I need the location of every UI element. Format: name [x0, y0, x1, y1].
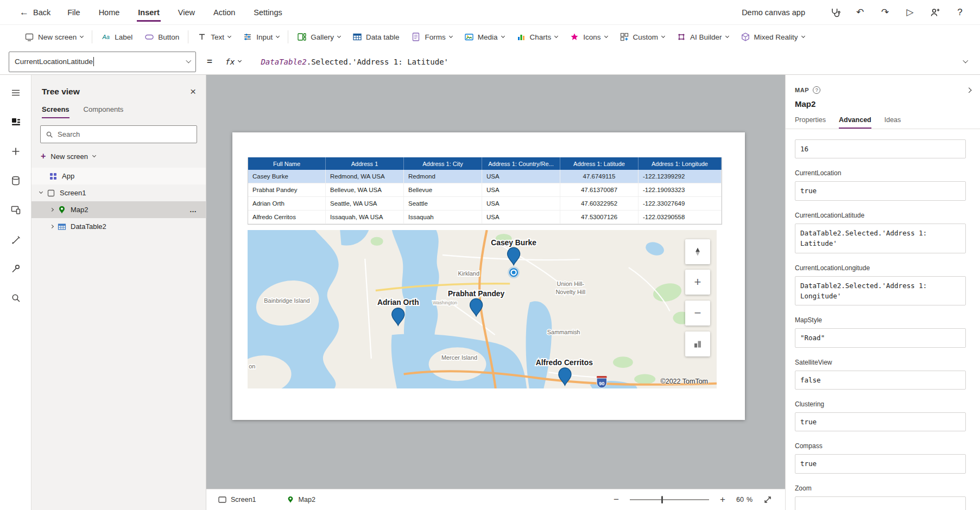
tab-advanced[interactable]: Advanced — [839, 116, 871, 129]
pin-label: Prabhat Pandey — [448, 290, 505, 298]
menu-action[interactable]: Action — [204, 0, 244, 25]
table-row[interactable]: Alfredo Cerritos Issaquah, WA USA Issaqu… — [248, 211, 722, 224]
map-locate-button[interactable] — [685, 239, 710, 264]
formula-input[interactable]: DataTable2.Selected.'Address 1: Latitude… — [261, 58, 448, 66]
column-header[interactable]: Full Name — [248, 157, 326, 170]
fx-selector[interactable]: fx — [225, 58, 241, 66]
fit-to-screen-icon[interactable] — [763, 495, 772, 504]
map2-control[interactable]: Kirkland Union Hill- Novelty Hill Bainbr… — [248, 230, 717, 388]
close-icon[interactable]: × — [190, 86, 196, 97]
ribbon-mixed-reality[interactable]: Mixed Reality — [735, 25, 811, 49]
advanced-tools-pen-icon[interactable] — [0, 225, 31, 254]
more-options-icon[interactable]: … — [189, 206, 197, 214]
chevron-down-icon — [554, 34, 558, 37]
ribbon-label: Charts — [530, 33, 552, 41]
app-settings-wrench-icon[interactable] — [0, 254, 31, 283]
property-input-currentlocationlatitude[interactable]: DataTable2.Selected.'Address 1: Latitude… — [795, 224, 966, 253]
data-table-icon — [58, 222, 66, 231]
ribbon-ai-builder[interactable]: AI Builder — [671, 25, 735, 49]
property-input-zoom[interactable] — [795, 496, 966, 510]
hamburger-menu-icon[interactable] — [0, 78, 31, 107]
canvas-zoom-slider[interactable] — [630, 496, 709, 503]
table-row[interactable]: Casey Burke Redmond, WA USA Redmond USA … — [248, 170, 722, 183]
tree-item-map2[interactable]: Map2 … — [31, 201, 206, 218]
chevron-down-icon — [92, 153, 96, 157]
ribbon-media[interactable]: Media — [458, 25, 510, 49]
chevron-right-icon[interactable] — [50, 225, 54, 228]
datatable2-control[interactable]: Full Name Address 1 Address 1: City Addr… — [248, 157, 722, 225]
table-header-row: Full Name Address 1 Address 1: City Addr… — [248, 157, 722, 170]
property-label: SatelliteView — [795, 359, 965, 366]
tree-search-input[interactable]: Search — [40, 125, 197, 143]
tree-item-app[interactable]: App — [31, 168, 206, 184]
cell: -122.19093323 — [638, 183, 722, 196]
ribbon-forms[interactable]: Forms — [405, 25, 458, 49]
property-input-defaultzoom[interactable]: 16 — [795, 139, 966, 158]
ribbon-text[interactable]: Text — [191, 25, 237, 49]
status-screen1[interactable]: Screen1 — [218, 496, 256, 503]
formula-expand-icon[interactable] — [963, 58, 968, 63]
chevron-down-icon[interactable] — [39, 190, 43, 194]
ai-builder-icon — [676, 32, 686, 42]
app-checker-icon[interactable] — [829, 7, 841, 18]
data-sources-icon[interactable] — [0, 166, 31, 195]
column-header[interactable]: Address 1: Latitude — [560, 157, 638, 170]
ribbon-input[interactable]: Input — [237, 25, 285, 49]
ribbon-custom[interactable]: Custom — [614, 25, 671, 49]
menu-settings[interactable]: Settings — [244, 0, 291, 25]
map-buildings-button[interactable] — [685, 331, 710, 356]
menu-file[interactable]: File — [58, 0, 89, 25]
menu-home[interactable]: Home — [90, 0, 129, 25]
tree-view-icon[interactable] — [0, 107, 31, 137]
ribbon-charts[interactable]: Charts — [510, 25, 564, 49]
menu-insert[interactable]: Insert — [129, 0, 169, 25]
menu-view[interactable]: View — [169, 0, 204, 25]
property-input-currentlocation[interactable]: true — [795, 181, 966, 200]
canvas-zoom-in-button[interactable]: + — [720, 494, 725, 505]
canvas-zoom-out-button[interactable]: − — [614, 494, 619, 505]
screen1-artboard[interactable]: Full Name Address 1 Address 1: City Addr… — [232, 132, 745, 420]
property-label: CurrentLocationLatitude — [795, 212, 965, 219]
media-icon[interactable] — [0, 195, 31, 225]
redo-icon[interactable]: ↷ — [879, 7, 891, 18]
new-screen-button[interactable]: + New screen — [31, 143, 206, 163]
help-circle-icon[interactable]: ? — [813, 86, 820, 94]
ribbon-button-control[interactable]: Button — [138, 25, 185, 49]
column-header[interactable]: Address 1: City — [404, 157, 482, 170]
tree-item-screen1[interactable]: Screen1 — [31, 184, 206, 201]
ribbon-data-table[interactable]: Data table — [346, 25, 406, 49]
chevron-right-icon[interactable] — [50, 208, 54, 212]
table-row[interactable]: Prabhat Pandey Bellevue, WA USA Bellevue… — [248, 183, 722, 197]
ribbon-icons[interactable]: Icons — [564, 25, 613, 49]
property-input-compass[interactable]: true — [795, 454, 966, 473]
slider-handle[interactable] — [661, 496, 663, 503]
tab-components[interactable]: Components — [84, 105, 124, 118]
status-map2[interactable]: Map2 — [287, 496, 315, 503]
property-input-clustering[interactable]: true — [795, 412, 966, 431]
column-header[interactable]: Address 1: Longitude — [638, 157, 722, 170]
property-input-satelliteview[interactable]: false — [795, 371, 966, 390]
insert-plus-icon[interactable] — [0, 137, 31, 166]
tab-ideas[interactable]: Ideas — [884, 116, 901, 129]
column-header[interactable]: Address 1 — [326, 157, 404, 170]
map-zoom-out-button[interactable]: − — [685, 301, 710, 326]
play-preview-icon[interactable]: ▷ — [904, 7, 916, 18]
tree-item-datatable2[interactable]: DataTable2 — [31, 218, 206, 235]
ribbon-new-screen[interactable]: New screen — [18, 25, 89, 49]
ribbon-gallery[interactable]: Gallery — [291, 25, 346, 49]
panel-collapse-icon[interactable] — [966, 87, 971, 92]
tab-properties[interactable]: Properties — [795, 116, 826, 129]
column-header[interactable]: Address 1: Country/Re... — [482, 157, 560, 170]
property-input-currentlocationlongitude[interactable]: DataTable2.Selected.'Address 1: Longitud… — [795, 276, 966, 306]
tab-screens[interactable]: Screens — [42, 105, 69, 118]
ribbon-label-control[interactable]: Aa Label — [95, 25, 138, 49]
undo-icon[interactable]: ↶ — [854, 7, 866, 18]
share-icon[interactable] — [929, 7, 941, 18]
search-icon[interactable] — [0, 283, 31, 313]
help-icon[interactable]: ? — [954, 7, 966, 18]
table-row[interactable]: Adrian Orth Seattle, WA USA Seattle USA … — [248, 197, 722, 211]
back-button[interactable]: ← Back — [12, 7, 58, 18]
property-selector[interactable]: CurrentLocationLatitude — [9, 52, 196, 72]
map-zoom-in-button[interactable]: + — [685, 270, 710, 295]
property-input-mapstyle[interactable]: "Road" — [795, 328, 966, 347]
